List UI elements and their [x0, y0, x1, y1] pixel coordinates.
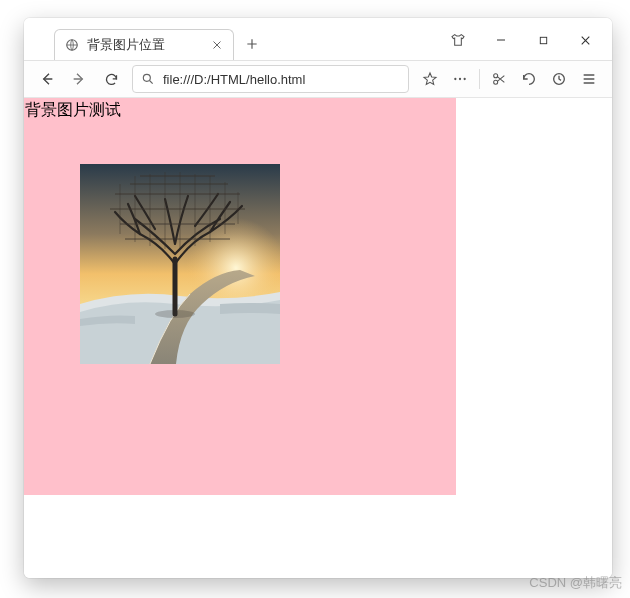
browser-tab[interactable]: 背景图片位置 — [54, 29, 234, 60]
more-icon — [452, 71, 468, 87]
maximize-button[interactable] — [522, 25, 564, 55]
tshirt-icon — [450, 32, 466, 48]
page-viewport: 背景图片测试 — [24, 98, 612, 578]
url-input[interactable]: file:///D:/HTML/hello.html — [132, 65, 409, 93]
star-icon — [422, 71, 438, 87]
plus-icon — [245, 37, 259, 51]
history-button[interactable] — [544, 64, 574, 94]
watermark: CSDN @韩曙亮 — [529, 574, 622, 592]
close-tab-icon[interactable] — [211, 39, 223, 51]
arrow-left-icon — [39, 71, 55, 87]
clock-icon — [551, 71, 567, 87]
tshirt-button[interactable] — [446, 28, 470, 52]
svg-rect-1 — [540, 37, 546, 43]
minimize-icon — [495, 34, 507, 46]
address-bar: file:///D:/HTML/hello.html — [24, 60, 612, 98]
scissors-button[interactable] — [484, 64, 514, 94]
url-text: file:///D:/HTML/hello.html — [163, 72, 305, 87]
menu-icon — [581, 71, 597, 87]
forward-button[interactable] — [64, 64, 94, 94]
back-button[interactable] — [32, 64, 62, 94]
menu-button[interactable] — [574, 64, 604, 94]
bookmark-button[interactable] — [415, 64, 445, 94]
close-window-button[interactable] — [564, 25, 606, 55]
minimize-button[interactable] — [480, 25, 522, 55]
titlebar: 背景图片位置 — [24, 18, 612, 60]
svg-point-2 — [143, 74, 150, 81]
tab-title: 背景图片位置 — [87, 36, 203, 54]
window-controls — [436, 18, 606, 60]
more-button[interactable] — [445, 64, 475, 94]
new-tab-button[interactable] — [238, 30, 266, 58]
page-heading: 背景图片测试 — [24, 98, 456, 121]
svg-point-4 — [459, 78, 461, 80]
browser-window: 背景图片位置 — [24, 18, 612, 578]
scissors-icon — [491, 71, 507, 87]
svg-point-26 — [155, 310, 195, 318]
undo-icon — [521, 71, 537, 87]
svg-point-5 — [464, 78, 466, 80]
demo-box: 背景图片测试 — [24, 98, 456, 495]
separator — [479, 69, 480, 89]
background-image — [80, 164, 280, 364]
reload-button[interactable] — [96, 64, 126, 94]
svg-point-3 — [454, 78, 456, 80]
arrow-right-icon — [71, 71, 87, 87]
reload-icon — [104, 72, 119, 87]
close-icon — [579, 34, 592, 47]
undo-button[interactable] — [514, 64, 544, 94]
globe-icon — [65, 38, 79, 52]
maximize-icon — [538, 35, 549, 46]
search-icon — [141, 72, 155, 86]
